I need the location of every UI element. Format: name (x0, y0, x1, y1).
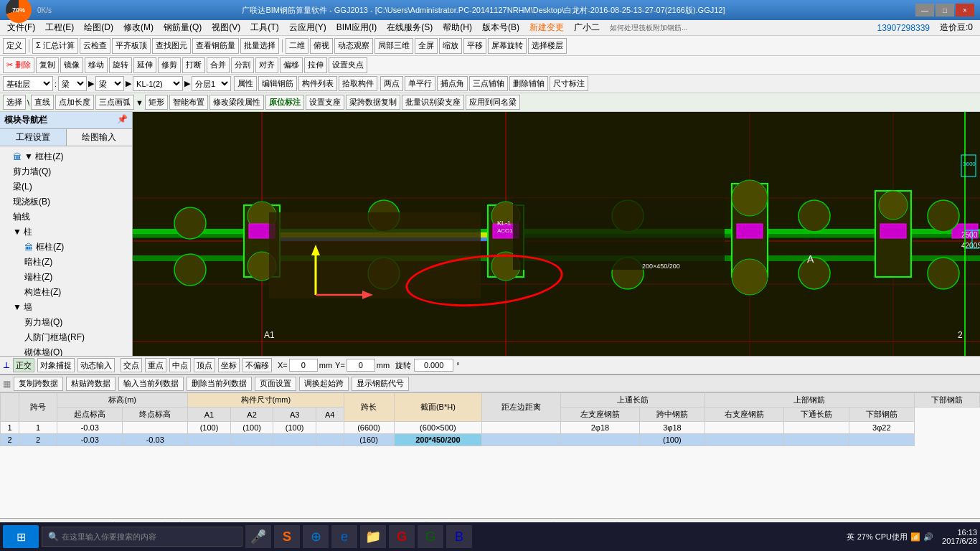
cell-left-sup-1[interactable]: 2φ18 (561, 422, 640, 434)
tree-label-struct-col[interactable]: 构造柱(Z) (23, 286, 62, 299)
x-input[interactable] (289, 359, 318, 372)
toolbar-dynamic-view[interactable]: 动态观察 (334, 38, 373, 54)
taskbar-app-s[interactable]: S (274, 525, 300, 548)
element-subtype-select[interactable]: 梁 (95, 76, 124, 91)
btn-orthogonal[interactable]: 正交 (13, 358, 34, 372)
tree-item-wall-shear[interactable]: 剪力墙(Q) (0, 315, 132, 330)
menu-tools[interactable]: 工具(T) (246, 20, 283, 35)
tray-lang[interactable]: 英 (847, 532, 854, 542)
tree-group-col[interactable]: ▼ 柱 (0, 225, 132, 240)
btn-swap-span[interactable]: 调换起始跨 (299, 377, 349, 391)
data-table-container[interactable]: 跨号 标高(m) 构件尺寸(mm) 跨长 截面(B*H) 距左边距离 上通长筋 … (0, 392, 980, 519)
beam-annotate[interactable]: 原位标注 (265, 95, 304, 110)
taskbar-app-edge[interactable]: ⊕ (303, 525, 329, 548)
toolbar-break[interactable]: 打断 (182, 57, 205, 73)
toolbar-2d[interactable]: 二维 (286, 38, 308, 54)
btn-paste-span[interactable]: 粘贴跨数据 (66, 377, 116, 391)
beam-modify-prop[interactable]: 修改梁段属性 (209, 95, 264, 110)
toolbar-stretch[interactable]: 拉伸 (304, 57, 327, 73)
btn-object-snap[interactable]: 对象捕捉 (37, 358, 75, 372)
cell-right-sup-1[interactable] (705, 422, 783, 434)
toolbar-view-rebar[interactable]: 查看钢筋量 (192, 38, 239, 54)
cell-a2-2[interactable] (230, 434, 273, 446)
toolbar-set-grip[interactable]: 设置夹点 (329, 57, 367, 73)
cell-a1-1[interactable]: (100) (188, 422, 231, 434)
taskbar-app-blue[interactable]: B (446, 525, 472, 548)
taskbar-app-green[interactable]: G (418, 525, 443, 548)
tree-item-axis[interactable]: 轴线 (0, 209, 132, 225)
tree-label-wall-shear[interactable]: 剪力墙(Q) (23, 316, 64, 329)
tree-label-civil-wall[interactable]: 人防门框墙(RF) (23, 331, 86, 344)
tree-label-end-col[interactable]: 端柱(Z) (23, 270, 54, 284)
beam-line[interactable]: 直线 (31, 95, 54, 110)
cad-canvas[interactable]: A1 2 2500 4200S A 200×450/200 KL-1 ACO1 (133, 112, 980, 356)
tree-item-masonry-wall[interactable]: 砌体墙(Q) (0, 345, 132, 356)
table-row[interactable]: 1 1 -0.03 (100) (100) (100) (6600) (600×… (1, 422, 980, 434)
btn-endpoint[interactable]: 重点 (145, 358, 166, 372)
cell-spanlen-2a[interactable]: (160) (344, 434, 394, 446)
cell-right-sup-2[interactable] (705, 434, 783, 446)
beam-select[interactable]: 选择 (3, 95, 26, 110)
tree-label-dark-col[interactable]: 暗柱(Z) (23, 255, 54, 269)
cell-bot-cont-2[interactable] (783, 434, 849, 446)
btn-page-setup[interactable]: 页面设置 (255, 377, 296, 391)
toolbar-rotate[interactable]: 旋转 (109, 57, 132, 73)
beam-arc[interactable]: 三点画弧 (95, 95, 134, 110)
tree-item-struct-col[interactable]: 构造柱(Z) (0, 285, 132, 300)
cell-bot-2[interactable] (849, 434, 914, 446)
tree-item-frame-col[interactable]: 🏛 框柱(Z) (0, 240, 132, 255)
layer-select[interactable]: 基础层 (3, 76, 53, 91)
btn-del-aux[interactable]: 删除辅轴 (509, 76, 548, 91)
beam-rect[interactable]: 矩形 (145, 95, 168, 110)
cell-a4-2[interactable] (316, 434, 344, 446)
btn-element-list[interactable]: 构件列表 (298, 76, 337, 91)
btn-del-col[interactable]: 删除当前列数据 (187, 377, 252, 391)
cell-end-h-2[interactable]: -0.03 (123, 434, 188, 446)
menu-version[interactable]: 版本号(B) (478, 20, 524, 35)
cell-section-2[interactable]: 200*450/200 (394, 434, 482, 446)
taskbar-app-red[interactable]: G (389, 525, 415, 548)
tree-item-frames[interactable]: 🏛 ▼ 框柱(Z) (0, 149, 132, 164)
sidebar-pin[interactable]: 📌 (117, 114, 128, 126)
toolbar-fullscreen[interactable]: 全屏 (415, 38, 438, 54)
btn-toppoint[interactable]: 顶点 (194, 358, 215, 372)
menu-assistant[interactable]: 广小二 (570, 20, 604, 35)
cell-a4-1[interactable] (316, 422, 344, 434)
sidebar-tab-settings[interactable]: 工程设置 (0, 129, 67, 146)
btn-copy-span[interactable]: 复制跨数据 (14, 377, 63, 391)
beam-set-support[interactable]: 设置支座 (306, 95, 344, 110)
btn-two-point[interactable]: 两点 (380, 76, 403, 91)
tree-label-beam[interactable]: 梁(L) (11, 180, 34, 194)
menu-new-change[interactable]: 新建变更 (525, 20, 568, 35)
minimize-button[interactable]: — (915, 4, 934, 17)
btn-parallel[interactable]: 单平行 (405, 76, 435, 91)
tree-label-shear[interactable]: 剪力墙(Q) (11, 165, 52, 179)
cell-bot-1[interactable]: 3φ22 (849, 422, 914, 434)
beam-identify-support[interactable]: 批量识别梁支座 (402, 95, 464, 110)
menu-draw[interactable]: 绘图(D) (80, 20, 118, 35)
btn-input-col[interactable]: 输入当前列数据 (118, 377, 184, 391)
menu-help[interactable]: 帮助(H) (438, 20, 476, 35)
sidebar-tab-draw[interactable]: 绘图输入 (67, 129, 133, 146)
taskbar-mic[interactable]: 🎤 (245, 525, 271, 548)
menu-view[interactable]: 视图(V) (207, 20, 245, 35)
tree-item-end-col[interactable]: 端柱(Z) (0, 270, 132, 285)
toolbar-align-slab[interactable]: 平齐板顶 (112, 38, 151, 54)
tree-item-civil-def-wall[interactable]: 人防门框墙(RF) (0, 330, 132, 345)
element-type-select[interactable]: 梁 (58, 76, 87, 91)
toolbar-define[interactable]: 定义 (3, 38, 26, 54)
toolbar-screen-rotate[interactable]: 屏幕旋转 (488, 38, 527, 54)
toolbar-move[interactable]: 移动 (85, 57, 108, 73)
tree-item-shear-wall[interactable]: 剪力墙(Q) (0, 164, 132, 179)
btn-midpoint[interactable]: 中点 (169, 358, 191, 372)
beam-copy-span[interactable]: 梁跨数据复制 (346, 95, 400, 110)
start-button[interactable]: ⊞ (3, 525, 39, 548)
toolbar-cloud-check[interactable]: 云检查 (80, 38, 110, 54)
cell-mid-2[interactable]: (100) (639, 434, 705, 446)
toolbar-zoom[interactable]: 缩放 (439, 38, 462, 54)
toolbar-batch-select[interactable]: 批量选择 (240, 38, 279, 54)
toolbar-pan[interactable]: 平移 (463, 38, 486, 54)
taskbar-app-ie[interactable]: e (331, 525, 357, 548)
tree-label-col-group[interactable]: ▼ 柱 (11, 225, 34, 239)
btn-intersection[interactable]: 交点 (121, 358, 142, 372)
